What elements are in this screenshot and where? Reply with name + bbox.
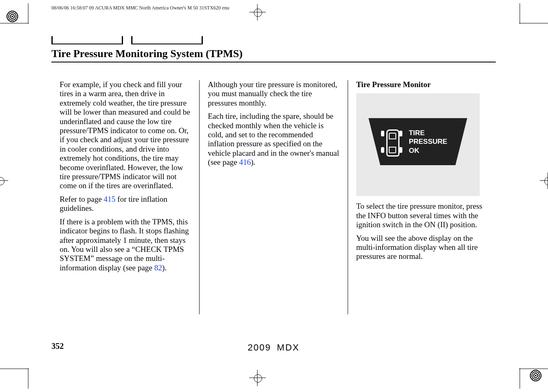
mid-display-panel: TIRE PRESSURE OK xyxy=(369,118,467,165)
text: Each tire, including the spare, should b… xyxy=(208,112,339,166)
subheading: Tire Pressure Monitor xyxy=(356,80,488,89)
body-paragraph: Each tire, including the spare, should b… xyxy=(208,112,339,167)
registration-mark-icon xyxy=(5,9,20,24)
text: Refer to page xyxy=(60,195,104,203)
crop-mark xyxy=(520,3,520,24)
page-reference-link[interactable]: 82 xyxy=(154,263,162,272)
registration-mark-icon xyxy=(528,368,543,383)
section-title: Tire Pressure Monitoring System (TPMS) xyxy=(51,48,496,60)
body-paragraph: You will see the above display on the mu… xyxy=(356,234,488,261)
section-header: Tire Pressure Monitoring System (TPMS) xyxy=(51,36,496,62)
column-2: Although your tire pressure is monitored… xyxy=(199,80,347,314)
body-paragraph: To select the tire pressure monitor, pre… xyxy=(356,202,488,229)
text: ). xyxy=(162,263,167,272)
page-body: 08/06/06 16:58:07 09 ACURA MDX MMC North… xyxy=(43,0,504,392)
crop-mark xyxy=(0,369,29,369)
column-3: Tire Pressure Monitor TIRE PRESSURE OK T… xyxy=(348,80,496,314)
title-rule xyxy=(51,62,496,62)
display-text: TIRE PRESSURE OK xyxy=(409,129,448,155)
crop-mark xyxy=(519,369,548,369)
crop-mark xyxy=(28,368,28,389)
header-bracket-boxes xyxy=(51,36,496,45)
mid-display-graphic: TIRE PRESSURE OK xyxy=(356,93,480,196)
column-1: For example, if you check and fill your … xyxy=(51,80,199,314)
content-columns: For example, if you check and fill your … xyxy=(51,80,496,314)
page-reference-link[interactable]: 416 xyxy=(239,158,251,166)
crop-mark xyxy=(520,368,520,389)
build-meta-line: 08/06/06 16:58:07 09 ACURA MDX MMC North… xyxy=(51,5,229,11)
crosshair-icon xyxy=(542,175,548,187)
car-top-view-icon xyxy=(381,127,402,156)
body-paragraph: If there is a problem with the TPMS, thi… xyxy=(60,217,191,272)
footer-model-year: 2009 MDX xyxy=(43,342,504,353)
crop-mark xyxy=(519,23,548,23)
page-reference-link[interactable]: 415 xyxy=(104,195,116,203)
crosshair-icon xyxy=(0,175,6,187)
body-paragraph: Although your tire pressure is monitored… xyxy=(208,80,339,108)
text: ). xyxy=(251,158,255,166)
body-paragraph: For example, if you check and fill your … xyxy=(60,80,191,191)
text: If there is a problem with the TPMS, thi… xyxy=(60,217,189,272)
crop-mark xyxy=(28,3,28,24)
crop-mark xyxy=(0,23,29,23)
body-paragraph: Refer to page 415 for tire inflation gui… xyxy=(60,195,191,213)
